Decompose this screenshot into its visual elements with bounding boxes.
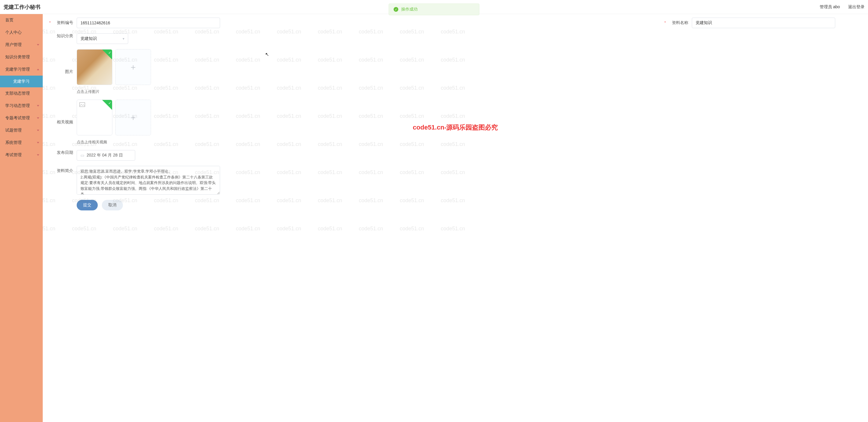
sidebar-item-branch-mgmt[interactable]: 支部动态管理 bbox=[0, 87, 43, 100]
sidebar-item-question-mgmt[interactable]: 试题管理 bbox=[0, 124, 43, 137]
category-select[interactable]: 党建知识 ▾ bbox=[77, 33, 128, 44]
date-input[interactable]: ▭ 2022 年 04 月 28 日 bbox=[77, 150, 135, 161]
chevron-down-icon: ▾ bbox=[123, 37, 124, 41]
video-uploaded-thumb[interactable] bbox=[77, 100, 113, 135]
sidebar-item-exam-mgmt[interactable]: 考试管理 bbox=[0, 149, 43, 161]
submit-button[interactable]: 提交 bbox=[77, 200, 98, 210]
image-upload-add[interactable]: ＋ bbox=[115, 49, 151, 85]
name-label: 资料名称 bbox=[667, 20, 688, 26]
image-uploaded-thumb[interactable] bbox=[77, 49, 113, 85]
video-upload-hint: 点击上传相关视频 bbox=[77, 140, 151, 145]
category-label: 知识分类 bbox=[52, 33, 73, 39]
sidebar-subitem-study[interactable]: 党建学习 bbox=[0, 76, 43, 87]
video-upload-add[interactable]: ＋ bbox=[115, 100, 151, 135]
image-label: 图片 bbox=[52, 69, 73, 75]
broken-image-icon bbox=[79, 102, 85, 108]
cancel-button[interactable]: 取消 bbox=[102, 200, 123, 210]
sidebar-item-profile[interactable]: 个人中心 bbox=[0, 26, 43, 39]
code-input[interactable] bbox=[77, 18, 220, 28]
user-label[interactable]: 管理员 abo bbox=[820, 4, 840, 10]
image-upload-hint: 点击上传图片 bbox=[77, 89, 151, 94]
desc-label: 资料简介 bbox=[52, 168, 73, 173]
sidebar-item-category-mgmt[interactable]: 知识分类管理 bbox=[0, 51, 43, 63]
logout-link[interactable]: 退出登录 bbox=[848, 4, 865, 10]
sidebar-item-user-mgmt[interactable]: 用户管理 bbox=[0, 39, 43, 51]
name-input[interactable] bbox=[692, 18, 835, 28]
check-icon: ✓ bbox=[394, 7, 398, 12]
desc-textarea[interactable] bbox=[77, 166, 220, 195]
video-label: 相关视频 bbox=[52, 119, 73, 125]
toast-message: 操作成功 bbox=[401, 7, 417, 12]
check-badge-icon bbox=[102, 100, 112, 110]
main-content: code51.cncode51.cncode51.cncode51.cncode… bbox=[43, 14, 868, 422]
date-label: 发布日期 bbox=[52, 150, 73, 155]
sidebar-item-home[interactable]: 首页 bbox=[0, 14, 43, 26]
sidebar-item-study-mgmt[interactable]: 党建学习管理 bbox=[0, 63, 43, 76]
calendar-icon: ▭ bbox=[81, 153, 84, 158]
check-badge-icon bbox=[102, 50, 112, 59]
sidebar-item-system-mgmt[interactable]: 系统管理 bbox=[0, 137, 43, 149]
sidebar-item-exam-topic-mgmt[interactable]: 专题考试管理 bbox=[0, 112, 43, 124]
sidebar: 首页 个人中心 用户管理 知识分类管理 党建学习管理 党建学习 支部动态管理 学… bbox=[0, 14, 43, 422]
success-toast: ✓ 操作成功 bbox=[389, 3, 479, 15]
app-brand: 党建工作小秘书 bbox=[3, 3, 40, 10]
code-label: 资料编号 bbox=[52, 20, 73, 26]
sidebar-item-activity-mgmt[interactable]: 学习动态管理 bbox=[0, 100, 43, 112]
svg-rect-0 bbox=[80, 103, 85, 107]
